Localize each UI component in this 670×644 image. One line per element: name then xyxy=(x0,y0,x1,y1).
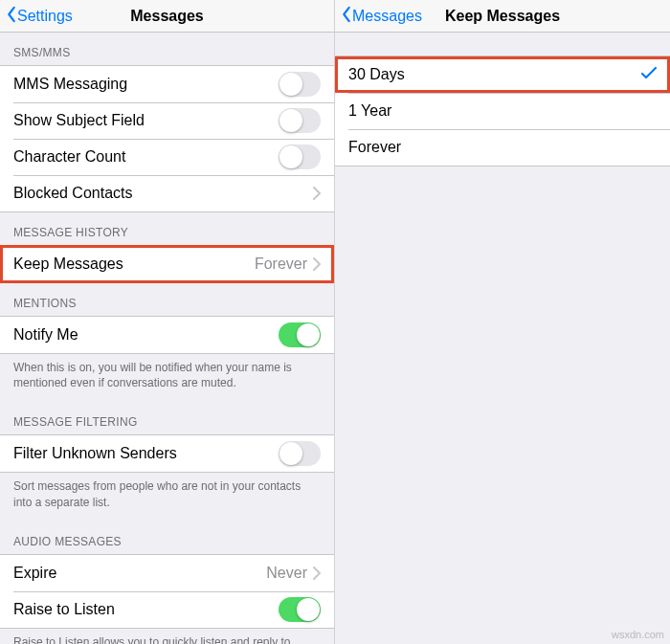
navbar: Settings Messages xyxy=(0,0,334,33)
filter-footer: Sort messages from people who are not in… xyxy=(0,473,334,521)
character-count-switch[interactable] xyxy=(279,144,321,169)
chevron-left-icon xyxy=(341,6,352,27)
watermark: wsxdn.com xyxy=(612,629,664,640)
keep-messages-row[interactable]: Keep Messages Forever xyxy=(0,246,334,282)
messages-settings-screen: Settings Messages SMS/MMS MMS Messaging … xyxy=(0,0,335,644)
checkmark-icon xyxy=(641,66,657,83)
section-header-mentions: MENTIONS xyxy=(0,283,334,316)
expire-value: Never xyxy=(266,565,307,582)
option-label: Forever xyxy=(348,139,657,156)
section-header-history: MESSAGE HISTORY xyxy=(0,212,334,245)
raise-to-listen-label: Raise to Listen xyxy=(13,601,279,618)
notify-me-label: Notify Me xyxy=(13,326,279,344)
option-forever[interactable]: Forever xyxy=(335,129,670,166)
mms-messaging-switch[interactable] xyxy=(279,72,321,97)
keep-messages-value: Forever xyxy=(255,255,307,273)
keep-options-group: 30 Days 1 Year Forever xyxy=(335,56,670,167)
mentions-group: Notify Me xyxy=(0,316,334,354)
expire-label: Expire xyxy=(13,565,266,582)
option-30-days[interactable]: 30 Days xyxy=(335,56,670,93)
section-header-sms: SMS/MMS xyxy=(0,33,334,65)
expire-row[interactable]: Expire Never xyxy=(0,555,334,591)
navbar: Messages Keep Messages xyxy=(335,0,670,33)
back-button[interactable]: Messages xyxy=(335,6,422,27)
back-label: Messages xyxy=(352,8,422,25)
mms-messaging-label: MMS Messaging xyxy=(13,76,279,93)
keep-messages-label: Keep Messages xyxy=(13,255,255,273)
raise-to-listen-row[interactable]: Raise to Listen xyxy=(0,591,334,628)
chevron-left-icon xyxy=(6,6,17,27)
back-button[interactable]: Settings xyxy=(0,6,73,27)
mms-messaging-row[interactable]: MMS Messaging xyxy=(0,66,334,102)
filter-group: Filter Unknown Senders xyxy=(0,434,334,473)
show-subject-switch[interactable] xyxy=(279,108,321,133)
filter-unknown-label: Filter Unknown Senders xyxy=(13,445,279,462)
option-label: 30 Days xyxy=(348,66,641,83)
show-subject-row[interactable]: Show Subject Field xyxy=(0,102,334,139)
history-group: Keep Messages Forever xyxy=(0,245,334,283)
back-label: Settings xyxy=(17,8,73,25)
character-count-row[interactable]: Character Count xyxy=(0,139,334,175)
chevron-right-icon xyxy=(313,566,321,580)
sms-group: MMS Messaging Show Subject Field Charact… xyxy=(0,65,334,212)
notify-footer: When this is on, you will be notified wh… xyxy=(0,354,334,402)
audio-group: Expire Never Raise to Listen xyxy=(0,554,334,629)
raise-footer: Raise to Listen allows you to quickly li… xyxy=(0,629,334,644)
filter-unknown-switch[interactable] xyxy=(279,441,321,466)
filter-unknown-row[interactable]: Filter Unknown Senders xyxy=(0,435,334,472)
keep-messages-screen: Messages Keep Messages 30 Days 1 Year Fo… xyxy=(335,0,670,644)
option-1-year[interactable]: 1 Year xyxy=(335,93,670,129)
notify-me-switch[interactable] xyxy=(279,322,321,347)
notify-me-row[interactable]: Notify Me xyxy=(0,317,334,353)
chevron-right-icon xyxy=(313,187,321,200)
character-count-label: Character Count xyxy=(13,148,279,166)
option-label: 1 Year xyxy=(348,102,657,120)
show-subject-label: Show Subject Field xyxy=(13,112,279,129)
section-header-audio: AUDIO MESSAGES xyxy=(0,522,334,554)
section-header-filter: MESSAGE FILTERING xyxy=(0,402,334,434)
blocked-contacts-row[interactable]: Blocked Contacts xyxy=(0,175,334,211)
blocked-contacts-label: Blocked Contacts xyxy=(13,185,313,202)
raise-to-listen-switch[interactable] xyxy=(279,597,321,622)
chevron-right-icon xyxy=(313,257,321,271)
